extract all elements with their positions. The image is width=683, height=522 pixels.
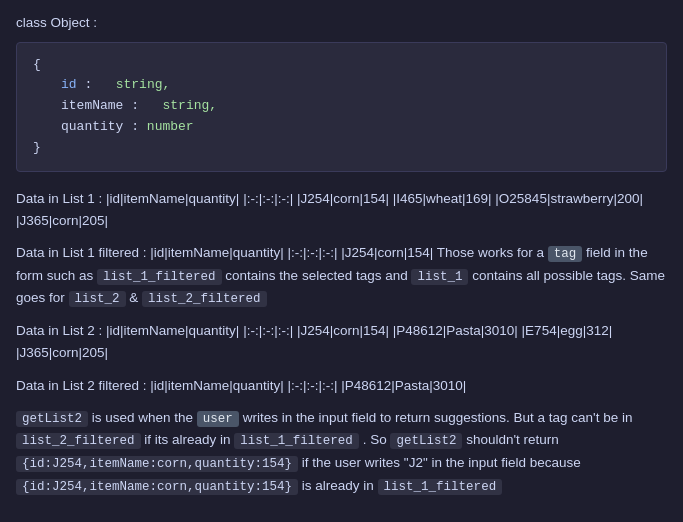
paragraph-list2: Data in List 2 : |id|itemName|quantity| … [16,320,667,365]
paragraph-list2-filtered: Data in List 2 filtered : |id|itemName|q… [16,375,667,397]
user-badge: user [197,411,239,427]
list2-filtered-code2: list_2_filtered [16,433,141,449]
p5-text7: is already in [302,478,378,493]
id-field: id [61,77,77,92]
itemname-type-value: string, [162,98,217,113]
itemname-type [147,98,155,113]
code-block: { id : string, itemName : string, quanti… [16,42,667,172]
code-line-brace-close: } [33,138,650,159]
quantity-type-value: number [147,119,194,134]
page-container: class Object : { id : string, itemName :… [16,12,667,497]
id-type [100,77,108,92]
paragraph-getlist2: getList2 is used when the user writes in… [16,407,667,498]
list1-code: list_1 [411,269,468,285]
p5-text2: writes in the input field to return sugg… [243,410,633,425]
p5-text1: is used when the [92,410,197,425]
p2-text1: Data in List 1 filtered : |id|itemName|q… [16,245,548,260]
itemname-field: itemName [61,98,123,113]
getlist2-code2: getList2 [390,433,462,449]
tag-badge: tag [548,246,583,262]
class-title: class Object : [16,12,667,34]
p2-text5: & [129,290,142,305]
getlist2-code1: getList2 [16,411,88,427]
quantity-colon: : [131,119,147,134]
p2-text3: contains the selected tags and [225,268,411,283]
list1-filtered-code3: list_1_filtered [378,479,503,495]
itemname-colon2: : [131,98,139,113]
object-code2: {id:J254,itemName:corn,quantity:154} [16,479,298,495]
id-type-value: string, [116,77,171,92]
quantity-field: quantity [61,119,123,134]
id-colon: : [84,77,92,92]
code-line-quantity: quantity : number [33,117,650,138]
list2-filtered-code: list_2_filtered [142,291,267,307]
p5-text3: if its already in [144,432,234,447]
code-line-brace-open: { [33,55,650,76]
p5-text6: if the user writes "J2" in the input fie… [302,455,581,470]
code-line-id: id : string, [33,75,650,96]
object-code1: {id:J254,itemName:corn,quantity:154} [16,456,298,472]
paragraph-list1: Data in List 1 : |id|itemName|quantity| … [16,188,667,233]
code-line-itemname: itemName : string, [33,96,650,117]
list1-filtered-code2: list_1_filtered [234,433,359,449]
list2-code: list_2 [69,291,126,307]
p5-text4: . So [363,432,391,447]
p5-text5: shouldn't return [466,432,559,447]
paragraph-list1-filtered: Data in List 1 filtered : |id|itemName|q… [16,242,667,310]
open-brace: { [33,57,41,72]
list1-filtered-code1: list_1_filtered [97,269,222,285]
close-brace: } [33,140,41,155]
